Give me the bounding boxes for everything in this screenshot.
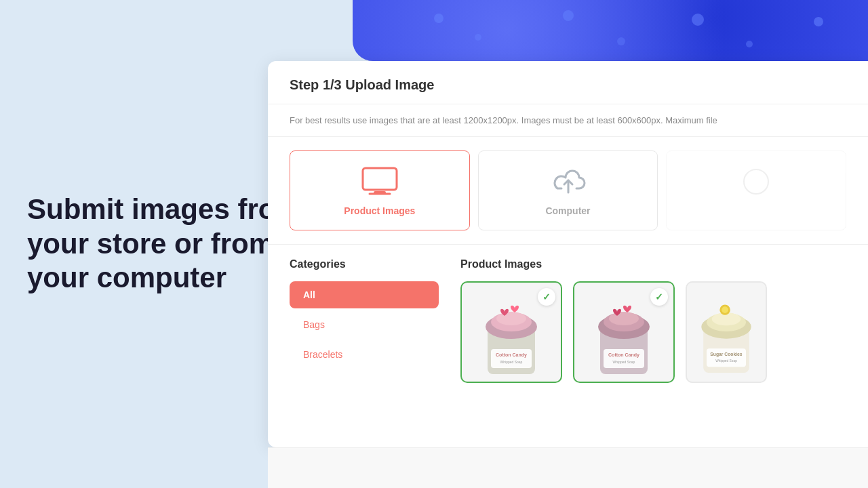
products-title: Product Images	[460, 258, 846, 270]
svg-point-15	[609, 312, 639, 325]
dot-6	[746, 41, 753, 47]
dot-5	[692, 14, 704, 26]
upload-option-product-images[interactable]: Product Images	[290, 150, 470, 230]
product-card-0[interactable]: Cotton Candy Whipped Soap ✓	[460, 281, 562, 383]
svg-rect-0	[363, 168, 397, 190]
cloud-icon-wrap	[548, 165, 589, 199]
svg-text:Whipped Soap: Whipped Soap	[500, 360, 523, 364]
category-bracelets[interactable]: Bracelets	[290, 341, 439, 368]
checkmark-1: ✓	[650, 288, 668, 306]
card-header: Step 1/3 Upload Image	[268, 61, 868, 104]
upload-option-computer[interactable]: Computer	[478, 150, 658, 230]
checkmark-0: ✓	[538, 288, 555, 306]
content-area: Categories All Bags Bracelets Product Im…	[268, 245, 868, 447]
step-label: Step 1/3 Upload Image	[290, 77, 846, 93]
upload-option-third[interactable]	[666, 150, 846, 230]
svg-point-8	[496, 312, 526, 325]
product-card-2[interactable]: Sugar Cookies Whipped Soap	[686, 281, 767, 383]
product-images-label: Product Images	[344, 205, 415, 216]
dot-1	[434, 14, 443, 23]
dot-4	[617, 37, 625, 45]
product-img-2: Sugar Cookies Whipped Soap	[687, 283, 766, 382]
sugar-cookies-svg: Sugar Cookies Whipped Soap	[687, 285, 766, 380]
card-hint: For best results use images that are at …	[268, 104, 868, 137]
product-card-1[interactable]: Cotton Candy Whipped Soap ✓	[573, 281, 675, 383]
main-card: Step 1/3 Upload Image For best results u…	[268, 61, 868, 447]
products-section: Product Images	[460, 258, 846, 447]
monitor-icon	[361, 167, 398, 197]
category-all[interactable]: All	[290, 281, 439, 308]
banner-dots	[353, 0, 868, 61]
category-bags[interactable]: Bags	[290, 311, 439, 338]
computer-label: Computer	[545, 205, 590, 216]
products-grid: Cotton Candy Whipped Soap ✓	[460, 281, 846, 383]
categories-section: Categories All Bags Bracelets	[290, 258, 439, 447]
svg-point-4	[744, 169, 768, 194]
dot-2	[475, 34, 481, 41]
svg-text:Sugar Cookies: Sugar Cookies	[710, 352, 743, 357]
upload-options: Product Images Computer	[268, 137, 868, 245]
svg-text:Cotton Candy: Cotton Candy	[608, 352, 639, 358]
third-option-icon	[736, 165, 776, 199]
placeholder-icon	[743, 168, 770, 195]
svg-text:Whipped Soap: Whipped Soap	[613, 360, 635, 364]
svg-point-24	[722, 306, 728, 313]
blue-banner	[353, 0, 868, 61]
svg-text:Whipped Soap: Whipped Soap	[715, 359, 737, 363]
svg-text:Cotton Candy: Cotton Candy	[496, 352, 527, 358]
bottom-bar	[268, 447, 868, 488]
category-list: All Bags Bracelets	[290, 281, 439, 368]
categories-title: Categories	[290, 258, 439, 270]
dot-3	[563, 10, 574, 21]
dot-7	[814, 17, 823, 26]
cloud-upload-icon	[551, 168, 586, 195]
monitor-icon-wrap	[359, 165, 400, 199]
